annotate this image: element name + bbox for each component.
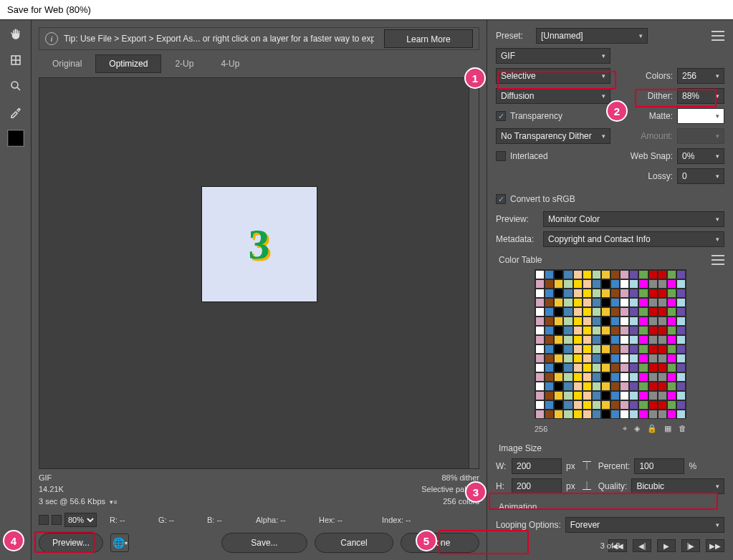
percent-label: Percent: bbox=[598, 461, 631, 471]
preview-tabs: Original Optimized 2-Up 4-Up bbox=[39, 54, 479, 73]
image-size-label: Image Size bbox=[499, 443, 724, 453]
ct-icon-new[interactable]: ▦ bbox=[664, 424, 671, 433]
preview-select[interactable]: Monitor Color▾ bbox=[543, 211, 724, 227]
done-button[interactable]: Done bbox=[401, 533, 479, 553]
height-input[interactable]: 200 bbox=[512, 478, 562, 494]
color-table-count: 256 bbox=[535, 425, 547, 433]
percent-input[interactable]: 100 bbox=[634, 458, 684, 474]
status-r: R: -- bbox=[110, 516, 145, 524]
transparency-dither-select[interactable]: No Transparency Dither▾ bbox=[496, 128, 610, 144]
preview-info: GIF 14.21K 3 sec @ 56.6 Kbps ▾≡ 88% dith… bbox=[39, 472, 479, 508]
info-timing: 3 sec @ 56.6 Kbps bbox=[39, 497, 105, 506]
frame-counter: 3 of 3 bbox=[600, 541, 621, 550]
svg-point-0 bbox=[11, 82, 18, 88]
transparency-checkbox[interactable] bbox=[496, 111, 506, 121]
ct-icon-trash[interactable]: 🗑 bbox=[679, 424, 686, 433]
browser-preview-icon[interactable]: 🌐▾ bbox=[110, 534, 129, 552]
zoom-select[interactable]: 80% bbox=[64, 513, 97, 527]
width-input[interactable]: 200 bbox=[512, 458, 562, 474]
matte-label: Matte: bbox=[649, 111, 673, 121]
format-select[interactable]: GIF▾ bbox=[496, 48, 610, 64]
tab-4up[interactable]: 4-Up bbox=[207, 54, 253, 73]
tab-2up[interactable]: 2-Up bbox=[161, 54, 207, 73]
status-icon-1[interactable] bbox=[39, 515, 49, 525]
ct-icon-lock[interactable]: 🔒 bbox=[647, 424, 657, 433]
w-px: px bbox=[566, 461, 575, 471]
frame-last-icon[interactable]: ▶▶ bbox=[706, 539, 724, 552]
frame-next-icon[interactable]: |▶ bbox=[681, 539, 700, 552]
slice-tool-icon[interactable] bbox=[4, 50, 27, 70]
quality-select[interactable]: Bicubic▾ bbox=[631, 478, 724, 494]
window-title: Save for Web (80%) bbox=[7, 4, 91, 15]
timing-menu-icon[interactable]: ▾≡ bbox=[110, 498, 117, 506]
color-table-swatches[interactable] bbox=[535, 269, 686, 418]
matte-select[interactable]: ▾ bbox=[677, 108, 724, 124]
eyedropper-tool-icon[interactable] bbox=[4, 102, 27, 122]
badge-1: 1 bbox=[464, 67, 486, 89]
animation-frame-nav: 3 of 3 ◀◀ ◀| ▶ |▶ ▶▶ bbox=[496, 539, 724, 552]
info-icon: i bbox=[45, 32, 58, 45]
transparency-amount-select: ▾ bbox=[677, 128, 724, 144]
metadata-label: Metadata: bbox=[496, 234, 539, 244]
settings-panel: Preset: [Unnamed]▾ GIF▾ Selective▾ Color… bbox=[487, 20, 733, 560]
learn-more-button[interactable]: Learn More bbox=[384, 29, 473, 48]
settings-flyout-icon[interactable] bbox=[712, 31, 724, 41]
color-table-flyout-icon[interactable] bbox=[712, 255, 724, 265]
lossy-label: Lossy: bbox=[648, 171, 673, 181]
zoom-tool-icon[interactable] bbox=[4, 76, 27, 96]
convert-srgb-checkbox[interactable] bbox=[496, 194, 506, 204]
interlaced-label: Interlaced bbox=[510, 151, 548, 161]
ct-icon-snap[interactable]: ⌖ bbox=[623, 424, 627, 433]
status-hex: Hex: -- bbox=[319, 516, 369, 524]
lossy-select[interactable]: 0▾ bbox=[677, 168, 724, 184]
metadata-select[interactable]: Copyright and Contact Info▾ bbox=[543, 231, 724, 247]
quality-label: Quality: bbox=[598, 481, 628, 491]
preset-label: Preset: bbox=[496, 31, 532, 41]
frame-play-icon[interactable]: ▶ bbox=[657, 539, 676, 552]
preview-button[interactable]: Preview... bbox=[39, 533, 103, 553]
color-table-footer: 256 ⌖ ◈ 🔒 ▦ 🗑 bbox=[535, 424, 686, 433]
badge-2: 2 bbox=[606, 100, 628, 122]
websnap-select[interactable]: 0%▾ bbox=[677, 148, 724, 164]
status-alpha: Alpha: -- bbox=[256, 516, 306, 524]
link-icon[interactable]: ⏉ bbox=[580, 461, 594, 471]
convert-srgb-label: Convert to sRGB bbox=[510, 194, 575, 204]
dither-label: Dither: bbox=[648, 91, 673, 101]
w-label: W: bbox=[496, 461, 507, 471]
tab-optimized[interactable]: Optimized bbox=[95, 54, 161, 73]
tip-bar: i Tip: Use File > Export > Export As... … bbox=[39, 27, 479, 50]
h-label: H: bbox=[496, 481, 507, 491]
colors-label: Colors: bbox=[646, 71, 673, 81]
preview-select-label: Preview: bbox=[496, 214, 539, 224]
status-b: B: -- bbox=[207, 516, 243, 524]
preview-scrollbar-vertical[interactable] bbox=[469, 78, 479, 468]
dither-amount-select[interactable]: 88%▾ bbox=[677, 88, 724, 104]
dither-algo-select[interactable]: Diffusion▾ bbox=[496, 88, 610, 104]
save-button[interactable]: Save... bbox=[221, 533, 307, 553]
colors-select[interactable]: 256▾ bbox=[677, 68, 724, 84]
status-bar: 80% R: -- G: -- B: -- Alpha: -- Hex: -- … bbox=[39, 513, 479, 527]
hand-tool-icon[interactable] bbox=[4, 24, 27, 44]
tab-original[interactable]: Original bbox=[39, 54, 95, 73]
ct-icon-shift[interactable]: ◈ bbox=[634, 424, 640, 433]
interlaced-checkbox[interactable] bbox=[496, 151, 506, 161]
looping-select[interactable]: Forever▾ bbox=[565, 517, 724, 533]
preset-select[interactable]: [Unnamed]▾ bbox=[536, 28, 648, 44]
frame-prev-icon[interactable]: ◀| bbox=[633, 539, 651, 552]
badge-3: 3 bbox=[465, 481, 487, 503]
foreground-color-swatch[interactable] bbox=[8, 130, 24, 146]
amount-label: Amount: bbox=[641, 131, 673, 141]
color-table-label: Color Table bbox=[499, 255, 542, 265]
cancel-button[interactable]: Cancel bbox=[315, 533, 393, 553]
badge-5: 5 bbox=[416, 530, 437, 551]
color-reduction-select[interactable]: Selective▾ bbox=[496, 68, 610, 84]
transparency-label: Transparency bbox=[510, 111, 562, 121]
animation-label: Animation bbox=[499, 502, 724, 512]
info-format: GIF bbox=[39, 472, 118, 484]
h-px: px bbox=[566, 481, 575, 491]
tools-sidebar bbox=[0, 20, 32, 560]
looping-label: Looping Options: bbox=[496, 520, 561, 530]
preview-area[interactable]: 3 bbox=[39, 77, 479, 469]
badge-4: 4 bbox=[3, 530, 24, 551]
status-icon-2[interactable] bbox=[52, 515, 62, 525]
